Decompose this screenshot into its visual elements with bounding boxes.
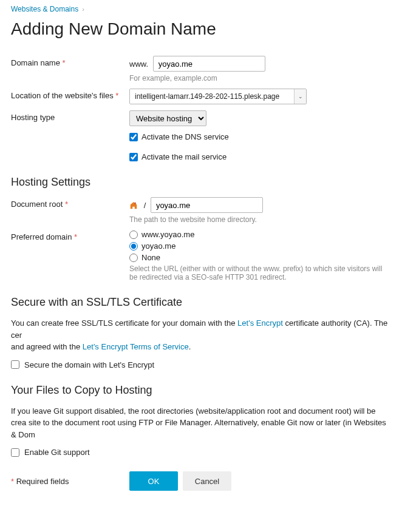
cancel-button[interactable]: Cancel xyxy=(183,471,231,491)
location-value: intelligent-lamarr.149-28-202-115.plesk.… xyxy=(130,89,294,104)
document-root-label: Document root * xyxy=(11,197,129,209)
git-heading: Your Files to Copy to Hosting xyxy=(11,384,391,397)
preferred-domain-root-label: yoyao.me xyxy=(141,241,175,251)
hosting-type-select[interactable]: Website hosting xyxy=(129,110,206,126)
preferred-domain-root-radio[interactable] xyxy=(129,242,138,251)
activate-mail-checkbox[interactable] xyxy=(129,153,138,161)
preferred-domain-www-radio[interactable] xyxy=(129,231,138,239)
preferred-domain-hint: Select the URL (either with or without t… xyxy=(129,264,391,281)
hosting-settings-heading: Hosting Settings xyxy=(11,176,391,189)
lets-encrypt-tos-link[interactable]: Let's Encrypt Terms of Service xyxy=(83,342,189,351)
www-prefix: www. xyxy=(129,59,148,69)
document-root-input[interactable] xyxy=(151,197,263,213)
lets-encrypt-link[interactable]: Let's Encrypt xyxy=(237,318,283,328)
home-icon xyxy=(129,201,138,210)
domain-name-input[interactable] xyxy=(153,56,265,72)
ssl-description: You can create free SSL/TLS certificate … xyxy=(11,317,391,353)
secure-domain-label: Secure the domain with Let's Encrypt xyxy=(24,360,154,369)
location-dropdown-toggle[interactable]: ⌄ xyxy=(294,89,306,104)
preferred-domain-none-label: None xyxy=(141,253,160,262)
activate-dns-checkbox[interactable] xyxy=(129,133,138,141)
enable-git-label: Enable Git support xyxy=(24,448,90,457)
preferred-domain-www-label: www.yoyao.me xyxy=(141,230,194,239)
breadcrumb: Websites & Domains › xyxy=(11,0,391,17)
domain-name-label: Domain name * xyxy=(11,56,129,67)
path-separator: / xyxy=(144,201,146,210)
svg-rect-0 xyxy=(135,203,136,204)
ok-button[interactable]: OK xyxy=(129,471,178,491)
secure-domain-checkbox[interactable] xyxy=(11,360,19,369)
location-label: Location of the website's files * xyxy=(11,89,129,100)
document-root-hint: The path to the website home directory. xyxy=(129,215,391,224)
domain-name-hint: For example, example.com xyxy=(129,74,391,82)
enable-git-checkbox[interactable] xyxy=(11,448,19,457)
page-title: Adding New Domain Name xyxy=(11,19,391,39)
ssl-heading: Secure with an SSL/TLS Certificate xyxy=(11,296,391,309)
preferred-domain-label: Preferred domain * xyxy=(11,230,129,241)
required-fields-note: * Required fields xyxy=(11,477,129,486)
activate-mail-label: Activate the mail service xyxy=(141,152,227,161)
git-description: If you leave Git support disabled, the r… xyxy=(11,405,391,441)
activate-dns-label: Activate the DNS service xyxy=(141,132,229,141)
breadcrumb-link[interactable]: Websites & Domains xyxy=(11,5,78,13)
hosting-type-label: Hosting type xyxy=(11,110,129,122)
chevron-right-icon: › xyxy=(82,5,84,13)
preferred-domain-none-radio[interactable] xyxy=(129,254,138,262)
